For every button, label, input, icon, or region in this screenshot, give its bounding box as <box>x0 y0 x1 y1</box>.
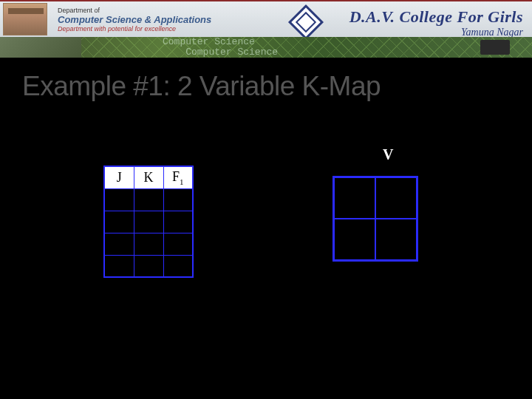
cell <box>134 188 163 211</box>
col-f-letter: F <box>172 169 180 184</box>
col-j: J <box>104 166 134 188</box>
dept-name: Computer Science & Applications <box>58 14 211 25</box>
cell <box>163 233 193 255</box>
kmap-top-label: V <box>383 146 393 163</box>
banner-shadow <box>0 58 532 62</box>
pcb-photo-left <box>0 37 81 58</box>
dept-tagline: Department with potential for excellence <box>58 25 211 33</box>
kmap-cell <box>375 219 417 260</box>
table-row <box>104 233 193 255</box>
truth-table-header-row: J K F1 <box>104 166 193 188</box>
department-text-block: Department of Computer Science & Applica… <box>58 7 211 33</box>
cell <box>134 255 163 277</box>
table-row <box>104 188 193 211</box>
truth-table: J K F1 <box>103 166 194 278</box>
col-f-sub: 1 <box>180 177 184 186</box>
cell <box>163 211 193 233</box>
cell <box>104 211 134 233</box>
banner-top-row: Department of Computer Science & Applica… <box>0 1 532 37</box>
col-k: K <box>134 166 163 188</box>
cell <box>134 211 163 233</box>
cell <box>104 188 134 211</box>
pcb-connector <box>480 40 510 55</box>
college-name: D.A.V. College For Girls <box>332 7 523 27</box>
cell <box>163 255 193 277</box>
dept-prefix: Department of <box>58 7 211 14</box>
col-f1: F1 <box>163 166 193 188</box>
kmap-grid <box>332 176 418 262</box>
kmap-cell <box>375 177 417 219</box>
cell <box>134 233 163 255</box>
slide-content: J K F1 V <box>0 109 532 375</box>
cs-overlay-text: Computer Science Computer Science <box>163 37 278 58</box>
cell <box>104 255 134 277</box>
title-area: Example #1: 2 Variable K-Map <box>0 58 532 109</box>
building-photo <box>3 3 47 35</box>
kmap-cell <box>334 177 375 219</box>
cs-text-2: Computer Science <box>185 47 278 58</box>
college-logo <box>288 6 324 41</box>
cell <box>104 233 134 255</box>
table-row <box>104 255 193 277</box>
slide-title: Example #1: 2 Variable K-Map <box>22 71 510 102</box>
header-banner: Department of Computer Science & Applica… <box>0 0 532 58</box>
cs-text-1: Computer Science <box>163 37 255 47</box>
banner-bottom-row: Computer Science Computer Science <box>0 37 532 58</box>
diamond-icon <box>288 4 324 40</box>
college-text-block: D.A.V. College For Girls Yamuna Nagar <box>332 7 523 38</box>
kmap-cell <box>334 219 375 260</box>
cell <box>163 188 193 211</box>
table-row <box>104 211 193 233</box>
